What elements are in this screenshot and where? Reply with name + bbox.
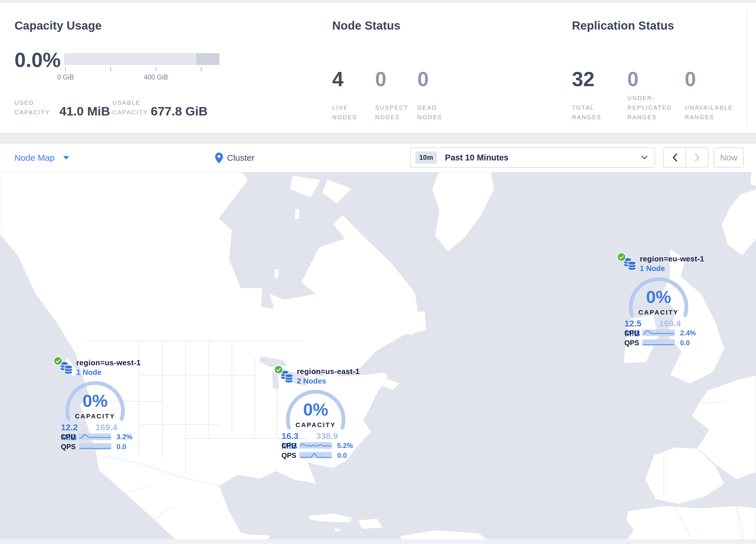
region-capacity-label: CAPACITY [612,309,705,316]
capacity-usage-title: Capacity Usage [14,19,102,32]
cluster-overview-page: Capacity Usage 0.0% 0 GiB 400 GiB USED C… [0,0,756,544]
time-shortcut-badge: 10m [415,151,437,164]
check-circle-icon [274,365,283,374]
node-status-title: Node Status [332,19,401,32]
live-nodes-label: LIVE NODES [332,103,364,122]
breadcrumb[interactable]: Cluster [215,144,255,172]
under-replicated-count: 0 [627,69,639,89]
qps-sparkline [642,340,675,346]
region-capacity-percent: 0% [269,401,362,418]
next-time-button[interactable] [686,148,708,167]
total-ranges-count: 32 [572,69,595,89]
time-range-dropdown[interactable]: 10m Past 10 Minutes [410,147,655,168]
cpu-label: CPU [61,433,76,441]
cpu-value: 3.2% [117,433,132,441]
capacity-bar-end-segment [196,53,219,65]
cpu-value: 2.4% [680,329,696,337]
qps-value: 0.0 [337,452,347,460]
dead-nodes-label: DEAD NODES [417,103,449,122]
view-selector-node-map[interactable]: Node Map [14,144,69,172]
cpu-sparkline [299,442,332,449]
map-pin-icon [215,153,223,163]
cluster-summary-panel: Capacity Usage 0.0% 0 GiB 400 GiB USED C… [0,3,756,133]
breadcrumb-label: Cluster [227,153,255,163]
live-nodes-count: 4 [332,69,344,89]
region-capacity-percent: 0% [49,392,141,410]
summary-section-divider [747,10,747,126]
now-button-label: Now [720,153,737,162]
capacity-usage-bar [64,53,219,65]
unavailable-ranges-count: 0 [685,69,696,89]
capacity-tick-label-400: 400 GiB [133,73,179,81]
qps-label: QPS [61,443,76,451]
qps-label: QPS [624,339,639,347]
cpu-sparkline [642,330,675,336]
cpu-label: CPU [624,329,639,337]
qps-label: QPS [281,452,296,460]
under-replicated-label: UNDER-REPLICATED RANGES [627,93,682,122]
dead-nodes-count: 0 [417,69,429,89]
view-selector-label: Node Map [14,153,54,163]
map-bottom-strip [0,539,756,544]
now-button[interactable]: Now [714,147,744,168]
region-capacity-percent: 0% [612,289,705,306]
prev-time-button[interactable] [664,148,686,167]
used-capacity-label: USED CAPACITY [14,98,64,117]
caret-down-icon [63,156,69,159]
unavailable-ranges-label: UNAVAILABLE RANGES [685,103,756,122]
region-name: region=us-west-1 [76,359,141,367]
region-marker-eu-west-1[interactable]: region=eu-west-1 1 Node 0% CAPACITY 12.5… [612,252,705,350]
region-name: region=eu-west-1 [640,255,704,263]
suspect-nodes-label: SUSPECT NODES [375,103,414,122]
chevron-right-icon [695,153,699,162]
cpu-label: CPU [281,442,296,450]
capacity-axis-tick [201,67,201,71]
chevron-left-icon [673,153,677,162]
map-toolbar: Node Map Cluster 10m Past 10 Minutes [0,144,756,172]
check-circle-icon [617,252,626,262]
qps-value: 0.0 [117,443,126,451]
region-marker-us-west-1[interactable]: region=us-west-1 1 Node 0% CAPACITY 12.2… [49,356,141,454]
suspect-nodes-count: 0 [375,69,386,89]
replication-status-title: Replication Status [572,19,674,32]
usable-capacity-value: 677.8 GiB [151,105,208,117]
capacity-percent: 0.0% [14,50,61,70]
region-name: region=us-east-1 [297,367,360,376]
region-capacity-label: CAPACITY [269,421,362,429]
total-ranges-label: TOTAL RANGES [572,103,611,122]
region-capacity-label: CAPACITY [49,413,141,420]
cpu-value: 5.2% [337,442,353,450]
capacity-tick-label-0: 0 GiB [42,73,89,81]
cpu-sparkline [79,434,111,440]
region-node-count: 1 Node [76,368,101,377]
qps-value: 0.0 [680,339,690,347]
check-circle-icon [53,356,63,366]
qps-sparkline [79,443,111,450]
capacity-axis-tick [156,67,156,71]
region-marker-us-east-1[interactable]: region=us-east-1 2 Nodes 0% CAPACITY 16.… [269,365,362,463]
chevron-down-icon [641,155,648,159]
time-range-value: Past 10 Minutes [445,153,508,162]
qps-sparkline [299,452,332,458]
time-pager [663,147,708,168]
capacity-axis-tick [110,67,111,71]
region-node-count: 2 Nodes [297,377,326,385]
region-node-count: 1 Node [640,264,665,273]
used-capacity-value: 41.0 MiB [59,105,110,117]
capacity-axis-tick [65,67,66,71]
